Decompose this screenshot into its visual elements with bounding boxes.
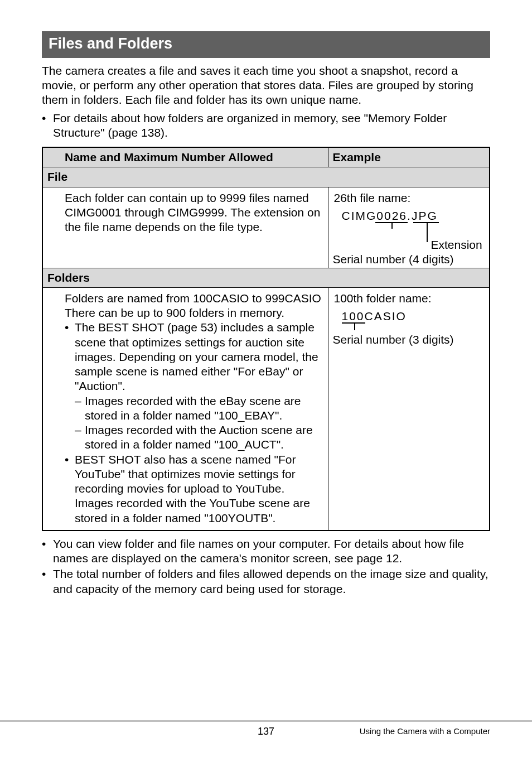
folders-subbullet-1b: – Images recorded with the Auction scene… <box>65 423 323 452</box>
file-example-cell: 26th file name: CIMG0026.JPG Extension S… <box>328 187 490 268</box>
file-example-label: 26th file name: <box>334 191 484 205</box>
file-example-name: CIMG0026.JPG <box>342 209 438 223</box>
row-header-file: File <box>42 167 490 187</box>
dash-icon: – <box>75 394 85 423</box>
extension-label: Extension <box>431 238 482 252</box>
bullet-dot-icon: • <box>42 111 53 141</box>
folders-bullet-1: • The BEST SHOT (page 53) includes a sam… <box>65 320 323 393</box>
folders-p1: Folders are named from 100CASIO to 999CA… <box>65 291 323 321</box>
folders-subbullet-1b-text: Images recorded with the Auction scene a… <box>85 423 323 452</box>
after-bullet-1-text: You can view folder and file names on yo… <box>53 537 490 566</box>
intro-paragraph: The camera creates a file and saves it e… <box>42 64 490 108</box>
dash-icon: – <box>75 423 85 452</box>
folders-description: Folders are named from 100CASIO to 999CA… <box>60 287 328 531</box>
connector-serial <box>391 222 393 229</box>
folder-example-label: 100th folder name: <box>334 291 484 306</box>
section-header: Files and Folders <box>42 31 490 58</box>
folders-bullet-1-text: The BEST SHOT (page 53) includes a sampl… <box>75 320 323 393</box>
table-row-folders: Folders are named from 100CASIO to 999CA… <box>42 287 490 531</box>
folders-subbullet-1a-text: Images recorded with the eBay scene are … <box>85 394 323 423</box>
page-number: 137 <box>258 725 274 738</box>
connector-ext <box>427 222 428 242</box>
intro-bullet: • For details about how folders are orga… <box>42 111 490 141</box>
page-footer: 137 Using the Camera with a Computer <box>0 720 532 737</box>
bullet-dot-icon: • <box>65 452 75 525</box>
table-row-file-header: File <box>42 167 490 187</box>
table-header-row: Name and Maximum Number Allowed Example <box>42 147 490 167</box>
folder-serial-label: Serial number (3 digits) <box>333 332 454 347</box>
intro-bullet-text: For details about how folders are organi… <box>53 111 490 141</box>
footer-divider <box>0 720 532 722</box>
after-bullet-1: • You can view folder and file names on … <box>42 537 490 566</box>
underline-ext <box>413 222 439 223</box>
col-example: Example <box>328 147 490 167</box>
connector-folder-serial <box>354 322 355 330</box>
folder-example-cell: 100th folder name: 100CASIO Serial numbe… <box>328 287 490 531</box>
folders-bullet-2: • BEST SHOT also has a scene named "For … <box>65 452 323 525</box>
table-row-file: Each folder can contain up to 9999 files… <box>42 187 490 268</box>
table-row-folders-header: Folders <box>42 268 490 287</box>
bullet-dot-icon: • <box>42 537 53 566</box>
folders-subbullet-1a: – Images recorded with the eBay scene ar… <box>65 394 323 423</box>
file-description: Each folder can contain up to 9999 files… <box>60 187 328 268</box>
row-header-folders: Folders <box>42 268 490 287</box>
bullet-dot-icon: • <box>65 320 75 393</box>
folder-example-name: 100CASIO <box>342 309 407 324</box>
folders-bullet-2-text: BEST SHOT also has a scene named "For Yo… <box>75 452 323 525</box>
underline-folder-serial <box>342 322 365 324</box>
bullet-dot-icon: • <box>42 567 53 596</box>
serial-label: Serial number (4 digits) <box>333 252 454 267</box>
footer-section-title: Using the Camera with a Computer <box>360 726 490 737</box>
col-name: Name and Maximum Number Allowed <box>60 147 328 167</box>
after-bullet-2-text: The total number of folders and files al… <box>53 567 490 596</box>
after-bullet-2: • The total number of folders and files … <box>42 567 490 596</box>
files-folders-table: Name and Maximum Number Allowed Example … <box>42 147 490 531</box>
